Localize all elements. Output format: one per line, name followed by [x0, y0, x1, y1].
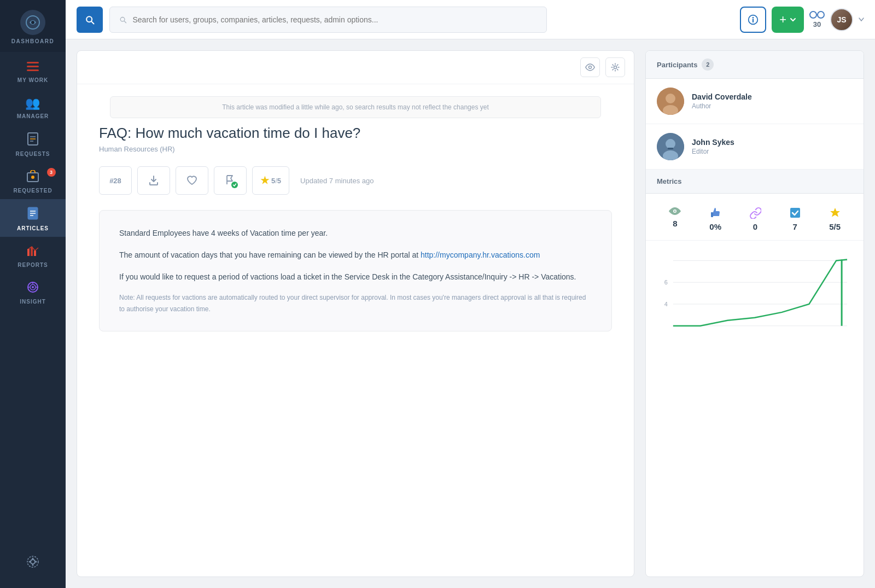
svg-point-29 — [32, 564, 34, 566]
svg-point-37 — [589, 66, 592, 69]
user-avatar[interactable]: JS — [830, 8, 853, 31]
sidebar-item-requests[interactable]: REQUESTS — [0, 125, 66, 162]
metric-thumbs-value: 0% — [709, 222, 721, 231]
svg-point-28 — [32, 558, 34, 560]
updated-text: Updated 7 minutes ago — [300, 177, 374, 185]
participant-david-name: David Coverdale — [692, 92, 752, 101]
john-avatar-img — [657, 133, 684, 160]
metrics-grid: 8 0% 0 — [646, 194, 864, 241]
svg-rect-2 — [27, 62, 39, 63]
add-button[interactable]: + — [772, 7, 804, 33]
metric-link-icon — [749, 207, 761, 219]
gear-icon — [611, 63, 620, 72]
metrics-header: Metrics — [646, 170, 864, 194]
views-counter: 30 — [809, 10, 825, 28]
download-button[interactable] — [137, 166, 170, 195]
articles-label: ARTICLES — [17, 225, 49, 231]
user-dropdown-chevron[interactable] — [859, 18, 864, 22]
avatar-john — [657, 133, 684, 160]
rating-button[interactable]: ★ 5/5 — [252, 166, 289, 195]
info-icon — [748, 14, 759, 25]
hr-link[interactable]: http://mycompany.hr.vacations.com — [421, 251, 540, 259]
avatar-david — [657, 88, 684, 115]
sidebar-logo: DASHBOARD — [0, 0, 66, 52]
svg-rect-4 — [27, 69, 39, 71]
participant-john-role: Editor — [692, 148, 734, 155]
svg-text:4: 4 — [664, 301, 668, 307]
requests-label: REQUESTS — [15, 151, 50, 157]
svg-point-47 — [674, 211, 676, 212]
search-input[interactable] — [132, 15, 538, 24]
svg-point-33 — [810, 11, 816, 18]
article-actions: #28 — [99, 166, 612, 195]
mywork-label: MY WORK — [18, 77, 48, 83]
star-icon: ★ — [260, 174, 269, 187]
content-para-1: Standard Employees have 4 weeks of Vacat… — [119, 227, 592, 240]
participant-john-name: John Sykes — [692, 138, 734, 147]
search-icon — [119, 15, 127, 24]
chart-area: 6 4 — [646, 241, 864, 577]
participant-john-info: John Sykes Editor — [692, 138, 734, 155]
article-body: This article was modified a little while… — [77, 84, 634, 348]
search-button[interactable] — [77, 7, 103, 33]
metric-check: 7 — [789, 207, 801, 231]
search-box — [109, 7, 547, 33]
content-para-3: If you would like to request a period of… — [119, 271, 592, 284]
chevron-down-icon — [790, 16, 796, 23]
svg-point-40 — [666, 94, 675, 103]
sidebar-item-requested[interactable]: 3 REQUESTED — [0, 162, 66, 199]
metric-star-value: 5/5 — [829, 222, 841, 231]
article-toolbar — [77, 51, 634, 84]
participant-john: John Sykes Editor — [646, 124, 864, 170]
metric-link: 0 — [749, 207, 761, 231]
sidebar-item-insight[interactable]: INSIGHT — [0, 273, 66, 310]
topbar-actions: + 30 JS — [740, 7, 864, 33]
svg-rect-17 — [34, 251, 36, 256]
manager-label: MANAGER — [17, 113, 49, 119]
content-para-4: Note: All requests for vactions are auto… — [119, 292, 592, 315]
info-button[interactable] — [740, 7, 766, 33]
svg-rect-3 — [27, 66, 39, 67]
participants-header: Participants 2 — [646, 51, 864, 79]
metric-eye-icon — [668, 207, 681, 216]
article-panel: This article was modified a little while… — [77, 50, 634, 577]
sidebar-item-manager[interactable]: 👥 MANAGER — [0, 89, 66, 125]
article-number: #28 — [109, 177, 121, 185]
svg-point-1 — [31, 21, 34, 24]
metric-thumbs: 0% — [709, 207, 721, 231]
article-title: FAQ: How much vacation time do I have? — [99, 125, 612, 142]
settings-article-button[interactable] — [605, 57, 625, 77]
metric-check-icon — [789, 207, 801, 219]
participant-david: David Coverdale Author — [646, 79, 864, 124]
add-icon: + — [779, 14, 786, 26]
main-content: + 30 JS — [66, 0, 875, 588]
like-button[interactable] — [176, 166, 208, 195]
participant-david-role: Author — [692, 102, 752, 110]
svg-point-34 — [818, 11, 824, 18]
sidebar-item-mywork[interactable]: MY WORK — [0, 54, 66, 89]
svg-point-38 — [614, 66, 617, 69]
flag-button[interactable] — [214, 166, 247, 195]
david-avatar-img — [657, 88, 684, 115]
requested-badge: 3 — [47, 168, 56, 177]
sidebar-item-articles[interactable]: ARTICLES — [0, 199, 66, 237]
view-button[interactable] — [580, 57, 600, 77]
heart-icon — [186, 176, 197, 185]
svg-point-43 — [666, 139, 675, 149]
participant-david-info: David Coverdale Author — [692, 92, 752, 110]
svg-rect-48 — [711, 212, 713, 217]
metrics-chart: 6 4 — [657, 249, 853, 348]
sidebar-item-settings[interactable] — [26, 548, 39, 577]
logo-icon — [20, 10, 45, 35]
settings-icon — [26, 555, 39, 572]
download-icon — [149, 175, 159, 186]
sidebar-item-reports[interactable]: REPORTS — [0, 237, 66, 273]
articles-icon — [27, 207, 38, 223]
reports-icon — [27, 244, 39, 259]
article-number-button[interactable]: #28 — [99, 166, 132, 195]
metric-star: 5/5 — [829, 207, 841, 231]
svg-text:6: 6 — [664, 279, 668, 286]
svg-rect-49 — [790, 208, 800, 218]
rating-value: 5/5 — [271, 177, 281, 185]
mywork-icon — [27, 62, 39, 74]
